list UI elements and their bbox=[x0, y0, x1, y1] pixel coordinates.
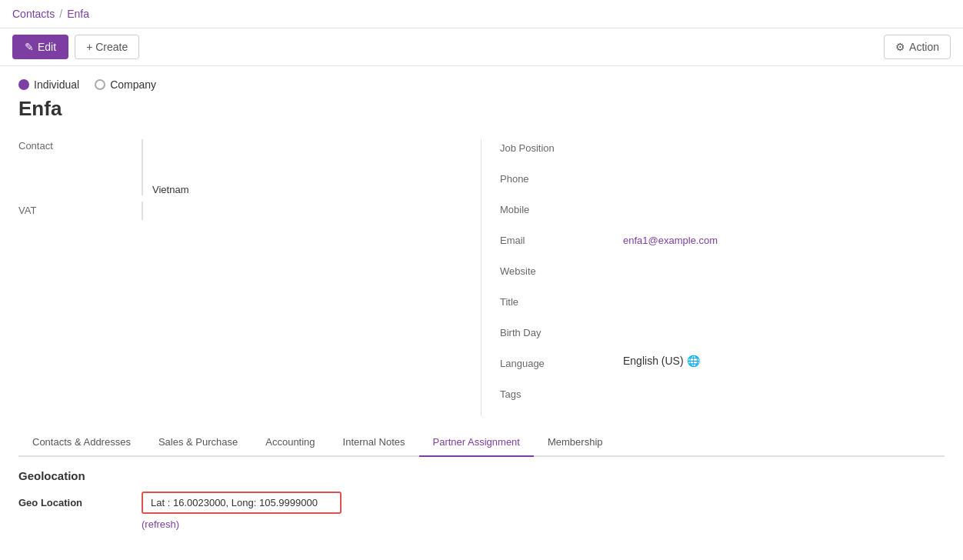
country-value: Vietnam bbox=[152, 182, 462, 195]
main-content: Individual Company Enfa Contact Vietnam … bbox=[0, 66, 963, 542]
tab-accounting[interactable]: Accounting bbox=[252, 428, 328, 457]
tab-membership[interactable]: Membership bbox=[534, 428, 617, 457]
create-label: + Create bbox=[86, 41, 128, 53]
edit-icon: ✎ bbox=[25, 41, 34, 53]
language-value-container: English (US) 🌐 bbox=[623, 355, 700, 367]
refresh-link[interactable]: (refresh) bbox=[142, 518, 179, 530]
geolocation-section-title: Geolocation bbox=[18, 469, 945, 482]
geo-location-value: Lat : 16.0023000, Long: 105.9999000 bbox=[142, 492, 342, 514]
website-row: Website bbox=[500, 262, 945, 287]
language-value: English (US) bbox=[623, 355, 684, 367]
phone-row: Phone bbox=[500, 170, 945, 195]
tabs-bar: Contacts & Addresses Sales & Purchase Ac… bbox=[18, 428, 945, 457]
form-section: Contact Vietnam VAT Job Position Pho bbox=[18, 139, 945, 416]
contact-name: Enfa bbox=[18, 97, 945, 127]
tab-sales-purchase[interactable]: Sales & Purchase bbox=[145, 428, 252, 457]
email-row: Email enfa1@example.com bbox=[500, 232, 945, 256]
birthday-label: Birth Day bbox=[500, 324, 623, 338]
geolocation-section: Geolocation Geo Location Lat : 16.002300… bbox=[18, 469, 945, 530]
globe-icon: 🌐 bbox=[687, 355, 700, 367]
right-section: Job Position Phone Mobile Email enfa1@ex… bbox=[482, 139, 945, 416]
title-label: Title bbox=[500, 293, 623, 308]
title-value bbox=[623, 293, 945, 296]
birthday-value bbox=[623, 324, 945, 327]
vat-label: VAT bbox=[18, 202, 142, 216]
edit-button[interactable]: ✎ Edit bbox=[12, 35, 68, 59]
mobile-value bbox=[623, 201, 945, 204]
job-position-row: Job Position bbox=[500, 139, 945, 164]
tags-row: Tags bbox=[500, 385, 945, 410]
toolbar-right-actions: ⚙ Action bbox=[884, 35, 951, 59]
company-radio-dot bbox=[95, 79, 105, 90]
action-label: Action bbox=[909, 41, 939, 53]
job-position-value bbox=[623, 139, 945, 142]
website-value bbox=[623, 262, 945, 265]
vat-value bbox=[142, 202, 462, 220]
mobile-row: Mobile bbox=[500, 201, 945, 225]
toolbar: ✎ Edit + Create ⚙ Action bbox=[0, 28, 963, 66]
mobile-label: Mobile bbox=[500, 201, 623, 215]
contact-field-block: Contact Vietnam bbox=[18, 139, 462, 195]
company-radio[interactable]: Company bbox=[95, 78, 156, 91]
tags-value bbox=[623, 385, 945, 388]
phone-value bbox=[623, 170, 945, 173]
type-selector: Individual Company bbox=[18, 78, 945, 91]
phone-label: Phone bbox=[500, 170, 623, 185]
title-row: Title bbox=[500, 293, 945, 318]
geo-location-label: Geo Location bbox=[18, 492, 142, 513]
toolbar-left-actions: ✎ Edit + Create bbox=[12, 35, 139, 59]
individual-radio-dot bbox=[18, 79, 29, 90]
email-label: Email bbox=[500, 232, 623, 246]
breadcrumb-separator: / bbox=[59, 8, 62, 20]
tab-contacts-addresses[interactable]: Contacts & Addresses bbox=[18, 428, 145, 457]
tab-partner-assignment[interactable]: Partner Assignment bbox=[419, 428, 534, 457]
breadcrumb-parent-link[interactable]: Contacts bbox=[12, 8, 55, 20]
gear-icon: ⚙ bbox=[895, 41, 905, 53]
tab-internal-notes[interactable]: Internal Notes bbox=[329, 428, 419, 457]
contact-label: Contact bbox=[18, 140, 53, 152]
birthday-row: Birth Day bbox=[500, 324, 945, 348]
create-button[interactable]: + Create bbox=[75, 35, 139, 59]
tags-label: Tags bbox=[500, 385, 623, 400]
email-value[interactable]: enfa1@example.com bbox=[623, 232, 718, 246]
refresh-row: (refresh) bbox=[18, 518, 945, 530]
left-section: Contact Vietnam VAT bbox=[18, 139, 482, 416]
job-position-label: Job Position bbox=[500, 139, 623, 154]
contact-value-col: Vietnam bbox=[142, 139, 462, 195]
language-row: Language English (US) 🌐 bbox=[500, 355, 945, 379]
language-label: Language bbox=[500, 355, 623, 369]
edit-label: Edit bbox=[38, 41, 56, 53]
individual-radio[interactable]: Individual bbox=[18, 78, 79, 91]
vat-field-block: VAT bbox=[18, 202, 462, 220]
individual-label: Individual bbox=[34, 78, 79, 91]
breadcrumb: Contacts / Enfa bbox=[0, 0, 963, 28]
company-label: Company bbox=[110, 78, 156, 91]
breadcrumb-current: Enfa bbox=[67, 8, 89, 20]
geolocation-field-row: Geo Location Lat : 16.0023000, Long: 105… bbox=[18, 492, 945, 514]
contact-label-col: Contact bbox=[18, 139, 142, 152]
action-button[interactable]: ⚙ Action bbox=[884, 35, 951, 59]
website-label: Website bbox=[500, 262, 623, 277]
